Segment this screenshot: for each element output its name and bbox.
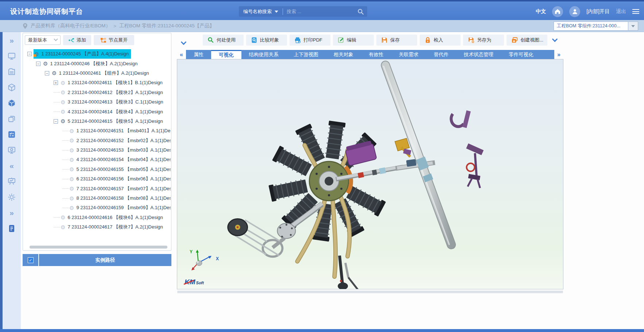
dashboard-icon[interactable] [7,177,16,186]
tree-connector [54,112,60,112]
context-dropdown-button[interactable] [628,22,638,30]
tab-item[interactable]: 上下游视图 [286,50,326,59]
tab-item[interactable]: 属性 [186,50,211,59]
tree-row[interactable]: −⚙1 231124-00002461 【组件】A.2(1)Design [23,69,171,78]
monitor-icon[interactable] [7,51,16,61]
viewer-scrollbar-thumb[interactable] [177,291,563,293]
tree-row[interactable]: −⚙1 231124-0000246 【模块】A.2(1)Design [23,59,171,68]
copies-icon[interactable] [7,114,16,124]
toolbar-button[interactable]: 何处使用 [203,35,244,46]
location-pin-icon [23,23,28,29]
monitor-gear-icon[interactable] [7,145,16,155]
tree-row-label: 1 231124-000024611 【模块1】B.1(1)Design [67,79,162,86]
search-icon[interactable] [357,8,364,15]
hamburger-menu-icon[interactable] [632,9,639,14]
add-button[interactable]: 添加 [63,35,91,45]
tree-panel-collapse-chevron[interactable] [182,40,186,44]
toolbar-button[interactable]: 检入 [420,35,461,46]
context-selector[interactable]: 工程BOM 零组件:231124-000... [554,22,638,31]
tab-item[interactable]: 结构使用关系 [241,50,286,59]
chevron-down-icon [181,39,187,45]
tree-row[interactable]: ⚙6 231124-0000246156 【msbr06】A.1(1)Desig… [23,174,171,184]
tab-item[interactable]: 相关对象 [326,50,361,59]
3d-viewport[interactable]: Y X KM Soft [177,59,563,289]
breadcrumb-location[interactable]: 产品资料库（高科电子行业/EBOM） [31,23,110,29]
tree-row[interactable]: ⚙1 231124-0000246151 【msb401】A.1(1)Desig… [23,126,171,136]
tree-connector [62,179,69,179]
toolbar-button[interactable]: 打印PDF [290,35,330,46]
part-gear-icon: ⚙ [69,148,74,153]
part-gear-icon: ⚙ [61,224,65,230]
toolbar-collapse-chevron[interactable] [553,37,557,41]
tree-row[interactable]: ⚙3 231124-000024613 【模块3】C.1(1)Design [23,97,171,107]
tab-item[interactable]: 可视化 [211,50,241,59]
tree-row[interactable]: +⚙1 231124-000024611 【模块1】B.1(1)Design [23,78,171,87]
tree-connector [62,169,69,169]
tree-row[interactable]: ⚙4 231124-000024614 【模块4】A.1(1)Design [23,107,171,116]
expand-nodes-button[interactable]: 节点展开 [94,35,134,45]
tab-item[interactable]: 零件可视化 [501,50,541,59]
version-select[interactable]: 最新版本 [25,35,61,45]
tree-row-label: 1 231124-0000245 【产品】A.4(1)Design [40,51,129,57]
toolbar-button[interactable]: 保存 [376,35,417,46]
tree-row-label: 4 231124-0000246154 【msbr04】A.1(1)Design [75,156,171,163]
tree-row[interactable]: ⚙4 231124-0000246154 【msbr04】A.1(1)Desig… [23,155,171,164]
collapse-node-icon[interactable]: − [27,52,32,56]
tree-row[interactable]: ⚙5 231124-0000246155 【msbr05】A.1(1)Desig… [23,165,171,174]
collapse-node-icon[interactable]: − [36,62,40,66]
tree-row-label: 1 231124-0000246 【模块】A.2(1)Design [49,60,137,67]
tree-horizontal-scrollbar[interactable] [30,246,167,249]
tab-item[interactable]: 替代件 [426,50,457,59]
tree-row[interactable]: −⚙1 231124-0000245 【产品】A.4(1)Design [23,49,171,59]
expand-node-icon[interactable]: + [54,81,58,85]
collapse-node-icon[interactable]: − [54,119,58,124]
breadcrumb-separator: > [113,23,116,29]
kmsoft-logo: KM Soft [185,278,204,286]
tree-row[interactable]: ⚙2 231124-0000246152 【msbr02】A.1(1)Desig… [23,136,171,145]
gear-icon[interactable] [7,192,16,202]
instance-path-checkbox[interactable]: ✓ [28,257,34,263]
current-user[interactable]: [内部]开目 [586,8,610,15]
viewer-horizontal-scrollbar[interactable] [177,290,563,293]
tree-row[interactable]: ⚙6 231124-000024616 【模块6】A.1(1)Design [23,213,171,222]
expand-right2-icon[interactable]: » [7,208,16,218]
instance-path-header: ✓ 实例路径 [23,254,171,266]
search-category-label: 编号名称搜索 [243,8,272,15]
toolbar-button[interactable]: 比较对象 [246,35,287,46]
collapse-left-icon[interactable]: « [7,161,16,171]
collapse-node-icon[interactable]: − [45,71,49,75]
toolbar-button[interactable]: 编辑 [333,35,374,46]
tree-row[interactable]: ⚙8 231124-0000246158 【msbr08】A.1(1)Desig… [23,194,171,203]
language-toggle[interactable]: 中文 [536,8,546,15]
tree-row[interactable]: ⚙2 231124-000024612 【模块2】A.1(1)Design [23,88,171,97]
tab-item[interactable]: 有效性 [361,50,391,59]
document-icon[interactable] [7,224,16,233]
tab-item[interactable]: 关联需求 [391,50,426,59]
expand-right-icon[interactable]: » [7,36,16,45]
tree-row[interactable]: ⚙7 231124-000024617 【模块7】A.2(1)Design [23,222,171,232]
tabs-strip: 属性可视化结构使用关系上下游视图相关对象有效性关联需求替代件技术状态管理零件可视… [186,50,554,59]
part-gear-icon: ⚙ [61,109,65,114]
expand-nodes-label: 节点展开 [109,37,128,43]
breadcrumb: 产品资料库（高科电子行业/EBOM） > 工程BOM 零组件:231124-00… [23,20,214,32]
tasklist-icon[interactable] [7,130,16,139]
user-button[interactable] [569,6,580,17]
search-category-select[interactable]: 编号名称搜索 [239,6,283,17]
logout-button[interactable]: 退出 [616,8,626,15]
tree-row[interactable]: −⚙5 231124-000024615 【模块5】A.1(1)Design [23,117,171,126]
part-gear-icon: ⚙ [52,70,57,76]
search-input[interactable] [283,9,357,14]
tabs-scroll-left[interactable]: « [177,50,186,59]
part-gear-icon: ⚙ [69,128,74,134]
tree-row[interactable]: ⚙3 231124-0000246153 【msbr03】A.1(1)Desig… [23,145,171,155]
toolbar-button[interactable]: 创建视图... [507,35,547,46]
home-button[interactable] [552,6,563,17]
tab-item[interactable]: 技术状态管理 [456,50,501,59]
tree-row[interactable]: ⚙7 231124-0000246157 【msbr07】A.1(1)Desig… [23,184,171,193]
toolbar-button[interactable]: 另存为 [463,35,504,46]
tree-row[interactable]: ⚙9 231124-0000246159 【msbr09】A.1(1)Desig… [23,203,171,212]
cube-solid-icon[interactable] [7,98,16,108]
tabs-scroll-right[interactable]: » [554,50,563,59]
cube-outline-icon[interactable] [7,83,16,92]
documents-icon[interactable] [7,67,16,77]
